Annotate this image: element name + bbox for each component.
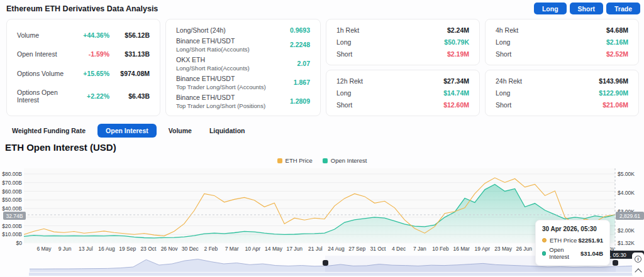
legend-open-interest[interactable]: Open Interest: [323, 157, 367, 164]
x-axis-tick: 21 Jul: [304, 246, 326, 252]
open-interest-swatch-icon: [323, 158, 328, 163]
chart-legend: ETH Price Open Interest: [0, 157, 644, 164]
eth-price-swatch-icon: [277, 158, 282, 163]
x-axis-tick: 17 Jun: [283, 246, 306, 252]
tooltip-row-eth-price: ETH Price $2251.91: [542, 237, 603, 244]
tooltip-value: $31.04B: [580, 250, 603, 257]
x-axis-tick: 19 Apr: [471, 246, 494, 252]
x-axis-tick: 19 Sep: [116, 246, 139, 252]
x-axis-tick: 4 Dec: [387, 246, 410, 252]
y-left-tick: $0: [1, 240, 22, 246]
x-axis-tick: 13 Jul: [74, 246, 97, 252]
legend-eth-price[interactable]: ETH Price: [277, 157, 313, 164]
x-axis-tick: 7 Jan: [408, 246, 431, 252]
tooltip-row-open-interest: Open Interest $31.04B: [542, 246, 603, 260]
y-left-tick: $40.00B: [1, 205, 22, 212]
x-axis-tick: 26 Nov: [158, 246, 180, 252]
x-axis-tick: 16 Mar: [450, 246, 473, 252]
y-right-tick: $5.00K: [618, 171, 644, 177]
tooltip-date: 30 Apr 2026, 05:30: [542, 225, 603, 232]
legend-label: ETH Price: [286, 157, 313, 164]
x-axis-tick: 31 Oct: [367, 246, 389, 252]
x-axis-tick: 6 May: [33, 246, 55, 252]
y-left-tick: $20.00B: [1, 223, 22, 229]
x-axis-tick: 16 Aug: [96, 246, 118, 252]
info-icon[interactable]: i: [635, 256, 641, 263]
y-left-tick: $50.00B: [1, 197, 22, 203]
derivatives-dashboard: Ethereum ETH Derivatives Data Analysis L…: [0, 0, 644, 277]
navigator-right-handle[interactable]: [613, 260, 618, 266]
x-axis-tick: 24 Aug: [325, 246, 348, 252]
x-axis-tick: 26 Jun: [513, 246, 535, 252]
chart-corner-controls: i: [632, 253, 644, 277]
y-right-tick: $2.00K: [618, 227, 644, 234]
y-left-tick: $10.00B: [1, 231, 22, 237]
x-axis-tick: 30 Dec: [179, 246, 201, 252]
chevron-up-icon[interactable]: [635, 268, 641, 275]
legend-label: Open Interest: [331, 157, 367, 164]
x-axis-tick: 9 Jun: [53, 246, 76, 252]
navigator-track[interactable]: [29, 273, 638, 276]
y-right-tick: $1.32K: [618, 240, 644, 246]
x-axis-tick: 10 Apr: [242, 246, 264, 252]
tooltip-value: $2251.91: [578, 237, 603, 244]
tooltip-label: ETH Price: [550, 237, 577, 244]
x-axis-tick: 23 Oct: [137, 246, 160, 252]
navigator-left-handle[interactable]: [323, 260, 328, 266]
open-interest-current-badge: 32.74B: [3, 212, 26, 220]
open-interest-dot-icon: [542, 251, 546, 256]
eth-price-dot-icon: [542, 238, 547, 242]
y-left-tick: $80.00B: [1, 171, 22, 177]
x-axis-tick: 27 Sep: [346, 246, 369, 252]
y-right-tick: $4.00K: [618, 190, 644, 196]
x-axis-tick: 23 May: [492, 246, 514, 252]
x-axis-tick: 2 Feb: [199, 246, 222, 252]
y-left-tick: $60.00B: [1, 188, 22, 195]
x-axis-tick: 14 May: [262, 246, 285, 252]
x-axis-tick: 7 Mar: [221, 246, 243, 252]
eth-price-current-badge: 2,829.61: [616, 212, 644, 220]
tooltip-label: Open Interest: [549, 246, 580, 260]
y-left-tick: $70.00B: [1, 180, 22, 186]
x-axis-tick: 10 Feb: [430, 246, 452, 252]
chart-tooltip: 30 Apr 2026, 05:30 ETH Price $2251.91 Op…: [535, 220, 610, 266]
